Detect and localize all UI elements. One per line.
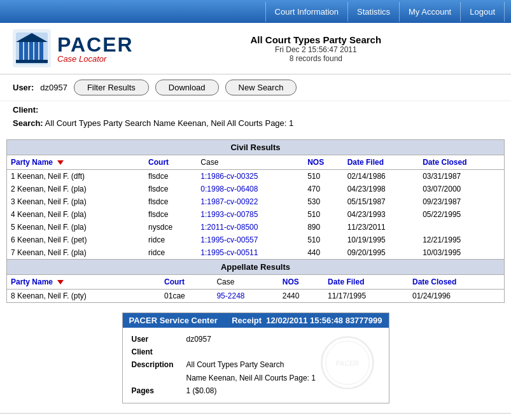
civil-cell-party: 3 Keenan, Neil F. (pla) (7, 195, 144, 208)
logo-area: PACER Case Locator (13, 29, 134, 67)
civil-table-header-row: Party Name Court Case NOS Date Filed Dat… (7, 155, 504, 170)
civil-cell-closed: 05/22/1995 (419, 208, 504, 221)
app-sort-arrow-icon (57, 280, 64, 284)
toolbar: User: dz0957 Filter Results Download New… (0, 74, 511, 101)
civil-cell-filed: 09/20/1995 (344, 246, 419, 259)
sc-desc-label: Description (132, 358, 183, 371)
app-party-name-sort-link[interactable]: Party Name (11, 277, 53, 286)
civil-col-party: Party Name (7, 155, 144, 170)
app-date-closed-sort-link[interactable]: Date Closed (412, 277, 456, 286)
app-col-case: Case (213, 275, 278, 290)
app-cell-party: 8 Keenan, Neil F. (pty) (7, 289, 160, 302)
civil-col-closed: Date Closed (419, 155, 504, 170)
username-display: dz0957 (40, 83, 67, 92)
nav-my-account[interactable]: My Account (399, 2, 460, 22)
app-court-sort-link[interactable]: Court (164, 277, 185, 286)
civil-cell-closed: 12/21/1995 (419, 234, 504, 246)
sc-desc-value: All Court Types Party Search (186, 358, 284, 371)
civil-cell-party: 5 Keenan, Neil F. (pla) (7, 221, 144, 234)
civil-cell-case: 1:1986-cv-00325 (197, 169, 304, 183)
sc-receipt-value: 12/02/2011 15:56:48 83777999 (266, 316, 382, 325)
nav-court-information[interactable]: Court Information (265, 2, 347, 22)
app-case-link[interactable]: 95-2248 (216, 291, 244, 300)
case-link[interactable]: 0:1998-cv-06408 (200, 185, 258, 193)
case-link[interactable]: 1:1986-cv-00325 (200, 172, 258, 181)
sc-receipt: Receipt 12/02/2011 15:56:48 83777999 (232, 316, 382, 325)
header-date: Fri Dec 2 15:56:47 2011 (134, 45, 498, 54)
app-col-court: Court (160, 275, 213, 290)
civil-cell-filed: 10/19/1995 (344, 234, 419, 246)
logo-pacer-label: PACER (57, 34, 134, 55)
civil-cell-court: ridce (144, 246, 197, 259)
civil-cell-court: flsdce (144, 208, 197, 221)
civil-table-row: 5 Keenan, Neil F. (pla) nysdce 1:2011-cv… (7, 221, 504, 234)
civil-table-row: 7 Keenan, Neil F. (pla) ridce 1:1995-cv-… (7, 246, 504, 259)
civil-cell-nos: 440 (304, 246, 344, 259)
sc-desc2-value: Name Keenan, Neil All Courts Page: 1 (186, 372, 316, 384)
civil-cell-court: flsdce (144, 183, 197, 195)
case-link[interactable]: 1:2011-cv-08500 (200, 223, 258, 232)
date-closed-sort-link[interactable]: Date Closed (423, 158, 466, 167)
civil-cell-closed: 10/03/1995 (419, 246, 504, 259)
svg-rect-8 (16, 60, 48, 63)
appellate-table-row: 8 Keenan, Neil F. (pty) 01cae 95-2248 24… (7, 289, 504, 302)
nav-logout[interactable]: Logout (460, 2, 505, 22)
civil-cell-nos: 530 (304, 195, 344, 208)
civil-cell-party: 6 Keenan, Neil F. (pet) (7, 234, 144, 246)
civil-cell-party: 1 Keenan, Neil F. (dft) (7, 169, 144, 183)
civil-cell-case: 1:1993-cv-00785 (197, 208, 304, 221)
civil-cell-case: 1:1995-cv-00511 (197, 246, 304, 259)
filter-results-button[interactable]: Filter Results (74, 80, 149, 95)
civil-cell-nos: 890 (304, 221, 344, 234)
civil-cell-filed: 05/15/1987 (344, 195, 419, 208)
appellate-section-header: Appellate Results (7, 259, 504, 275)
app-cell-case: 95-2248 (213, 289, 278, 302)
service-center-wrapper: PACER Service Center Receipt 12/02/2011 … (0, 312, 511, 403)
civil-cell-filed: 04/23/1993 (344, 208, 419, 221)
civil-table-row: 4 Keenan, Neil F. (pla) flsdce 1:1993-cv… (7, 208, 504, 221)
download-button[interactable]: Download (155, 80, 219, 95)
user-label: User: (13, 83, 34, 92)
client-label: Client: (13, 105, 38, 115)
civil-cell-party: 2 Keenan, Neil F. (pla) (7, 183, 144, 195)
app-cell-closed: 01/24/1996 (409, 289, 504, 302)
app-date-filed-sort-link[interactable]: Date Filed (328, 277, 364, 286)
civil-cell-closed: 03/07/2000 (419, 183, 504, 195)
logo-sub-label: Case Locator (57, 55, 134, 63)
civil-cell-nos: 510 (304, 169, 344, 183)
case-link[interactable]: 1:1995-cv-00511 (200, 248, 258, 257)
civil-cell-closed: 09/23/1987 (419, 195, 504, 208)
service-center: PACER Service Center Receipt 12/02/2011 … (122, 312, 389, 403)
civil-cell-nos: 510 (304, 208, 344, 221)
party-name-sort-link[interactable]: Party Name (11, 158, 53, 167)
page-header: PACER Case Locator All Court Types Party… (0, 23, 511, 74)
case-link[interactable]: 1:1987-cv-00922 (200, 197, 258, 206)
footer: For information or comments, please cont… (0, 413, 511, 420)
civil-table-row: 6 Keenan, Neil F. (pet) ridce 1:1995-cv-… (7, 234, 504, 246)
new-search-button[interactable]: New Search (225, 80, 297, 95)
page-title: All Court Types Party Search (134, 34, 498, 45)
app-nos-sort-link[interactable]: NOS (283, 277, 299, 286)
civil-col-court: Court (144, 155, 197, 170)
nos-sort-link[interactable]: NOS (307, 158, 324, 167)
sc-watermark-icon: PACER (319, 334, 376, 391)
civil-cell-closed: 03/31/1987 (419, 169, 504, 183)
nav-statistics[interactable]: Statistics (347, 2, 399, 22)
svg-text:PACER: PACER (335, 359, 359, 367)
header-records: 8 records found (134, 54, 498, 63)
svg-rect-2 (19, 42, 23, 60)
civil-results-table: Party Name Court Case NOS Date Filed Dat… (7, 155, 504, 259)
civil-cell-case: 1:1995-cv-00557 (197, 234, 304, 246)
date-filed-sort-link[interactable]: Date Filed (347, 158, 384, 167)
case-link[interactable]: 1:1995-cv-00557 (200, 235, 258, 244)
sc-receipt-label: Receipt (232, 316, 262, 325)
sc-user-value: dz0957 (186, 333, 211, 346)
civil-cell-party: 4 Keenan, Neil F. (pla) (7, 208, 144, 221)
app-col-nos: NOS (279, 275, 324, 290)
sc-pages-label: Pages (132, 384, 183, 397)
civil-cell-nos: 470 (304, 183, 344, 195)
court-sort-link[interactable]: Court (148, 158, 169, 167)
civil-cell-court: flsdce (144, 195, 197, 208)
case-link[interactable]: 1:1993-cv-00785 (200, 210, 258, 219)
sc-client-label: Client (132, 346, 183, 358)
